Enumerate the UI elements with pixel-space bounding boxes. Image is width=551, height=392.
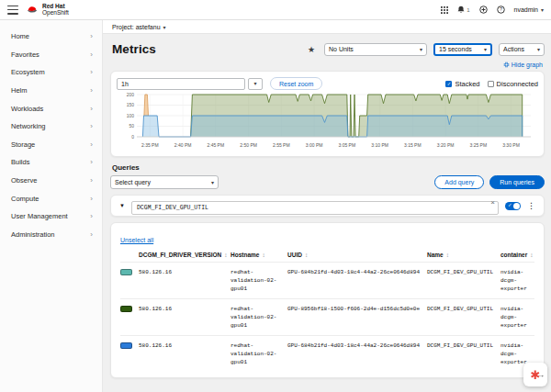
graph-card: ▾ Reset zoom ✓ Stacked Disconnected 0501… <box>110 71 545 157</box>
query-enabled-toggle[interactable]: ✓ <box>505 202 521 210</box>
add-query-button[interactable]: Add query <box>434 175 484 189</box>
brand-logo[interactable]: Red Hat OpenShift <box>26 4 69 17</box>
actions-menu-button[interactable]: Actions ▾ <box>499 43 545 56</box>
unselect-all-link[interactable]: Unselect all <box>120 237 153 243</box>
results-table-header: DCGM_FI_DRIVER_VERSION↕Hostname↕UUID↕Nam… <box>120 249 534 262</box>
chevron-right-icon: › <box>90 86 93 95</box>
sidebar-item-label: Observe <box>11 176 37 185</box>
sidebar-item-favorites[interactable]: Favorites› <box>0 46 102 64</box>
reset-zoom-button[interactable]: Reset zoom <box>270 77 322 90</box>
svg-text:3:15 PM: 3:15 PM <box>404 142 422 148</box>
sidebar-item-home[interactable]: Home› <box>0 28 102 46</box>
svg-text:50: 50 <box>129 123 134 129</box>
series-color-swatch[interactable] <box>120 306 132 312</box>
sidebar-item-compute[interactable]: Compute› <box>0 189 102 207</box>
sidebar-item-label: Compute <box>11 195 39 203</box>
help-icon[interactable]: ? <box>497 6 505 14</box>
timespan-dropdown-button[interactable]: ▾ <box>248 78 263 90</box>
project-selector[interactable]: Project: astefanu ▾ <box>103 20 551 34</box>
cell-name: DCGM_FI_DEV_GPU_UTIL <box>427 268 500 293</box>
series-color-swatch[interactable] <box>120 342 132 349</box>
column-header-label: Name <box>427 252 444 258</box>
checkbox-checked-icon: ✓ <box>445 81 452 87</box>
chevron-right-icon: › <box>90 32 93 40</box>
svg-text:2:55 PM: 2:55 PM <box>273 142 290 148</box>
sidebar-item-user-management[interactable]: User Management› <box>0 207 102 226</box>
svg-text:100: 100 <box>127 113 135 118</box>
sort-icon: ↕ <box>224 252 227 258</box>
chevron-down-icon: ▾ <box>163 24 166 30</box>
column-header-container[interactable]: container↕ <box>500 252 534 258</box>
chevron-right-icon: › <box>90 158 93 166</box>
run-queries-button[interactable]: Run queries <box>489 175 545 189</box>
svg-text:3:00 PM: 3:00 PM <box>306 142 323 148</box>
sidebar-item-builds[interactable]: Builds› <box>0 153 102 172</box>
metrics-area-chart[interactable]: 0501001502002:35 PM2:40 PM2:45 PM2:50 PM… <box>117 92 536 151</box>
refresh-interval-select[interactable]: 15 seconds ▾ <box>433 43 492 56</box>
query-expand-caret-icon[interactable]: ▼ <box>119 203 125 208</box>
svg-text:2:45 PM: 2:45 PM <box>207 142 224 148</box>
svg-text:?: ? <box>500 6 502 12</box>
query-kebab-menu-icon[interactable]: ⋮ <box>527 201 535 210</box>
column-header-uuid[interactable]: UUID↕ <box>287 252 427 258</box>
page-header: Metrics ★ No Units ▾ 15 seconds ▾ Action… <box>103 34 551 62</box>
column-header-label: Hostname <box>231 252 259 258</box>
sort-icon: ↕ <box>446 252 449 258</box>
table-row[interactable]: 580.126.16redhat-validation-02-gpu01GPU-… <box>120 335 534 372</box>
redhat-hat-icon <box>26 5 39 15</box>
results-table-body: 580.126.16redhat-validation-02-gpu01GPU-… <box>120 262 534 372</box>
svg-text:150: 150 <box>127 102 135 107</box>
stacked-checkbox[interactable]: ✓ Stacked <box>445 80 479 88</box>
user-menu[interactable]: nvadmin ▾ <box>514 6 544 13</box>
sidebar-nav: Home›Favorites›Ecosystem›Helm›Workloads›… <box>0 20 103 392</box>
notifications-bell-icon[interactable]: 1 <box>457 6 469 14</box>
svg-text:3:20 PM: 3:20 PM <box>437 142 455 148</box>
column-header-dcgm_fi_driver_version[interactable]: DCGM_FI_DRIVER_VERSION↕ <box>139 252 231 258</box>
table-row[interactable]: 580.126.16redhat-validation-02-gpu01GPU-… <box>120 262 534 298</box>
query-expression-input[interactable] <box>131 201 499 215</box>
column-header-hostname[interactable]: Hostname↕ <box>231 252 287 258</box>
chevron-down-icon: ▾ <box>211 179 214 185</box>
cell-uuid: GPU-684b21fd-4d03-18c4-44a2-26ce0646d894 <box>287 342 427 366</box>
chevron-right-icon: › <box>90 195 93 203</box>
chevron-right-icon: › <box>90 68 93 76</box>
select-query-dropdown[interactable]: Select query ▾ <box>110 175 219 189</box>
svg-text:2:50 PM: 2:50 PM <box>240 142 257 148</box>
quick-create-plus-icon[interactable] <box>479 6 488 14</box>
sidebar-item-storage[interactable]: Storage› <box>0 136 102 154</box>
table-row[interactable]: 580.126.16redhat-validation-02-gpu01GPU-… <box>120 298 534 335</box>
sidebar-item-observe[interactable]: Observe› <box>0 172 102 190</box>
floating-widget-button[interactable]: ✱ → <box>523 363 547 386</box>
sidebar-item-networking[interactable]: Networking› <box>0 118 102 136</box>
favorite-star-icon[interactable]: ★ <box>308 45 315 54</box>
sidebar-item-helm[interactable]: Helm› <box>0 82 102 100</box>
sidebar-item-label: Storage <box>11 140 35 149</box>
sidebar-item-administration[interactable]: Administration› <box>0 226 102 244</box>
cell-container: nvidia-dcgm-exporter <box>500 305 534 330</box>
brand-text: Red Hat OpenShift <box>42 4 69 17</box>
nav-toggle-icon[interactable] <box>7 6 18 15</box>
disconnected-checkbox[interactable]: Disconnected <box>488 80 538 88</box>
app-launcher-icon[interactable] <box>441 6 448 14</box>
hide-graph-link[interactable]: Hide graph <box>503 62 543 68</box>
clear-query-icon[interactable]: × <box>490 198 495 207</box>
sidebar-item-label: Ecosystem <box>11 68 45 76</box>
units-select[interactable]: No Units ▾ <box>324 43 427 56</box>
column-header-label: UUID <box>287 252 302 258</box>
column-header-label: DCGM_FI_DRIVER_VERSION <box>139 252 221 258</box>
disconnected-label: Disconnected <box>497 80 538 88</box>
series-color-swatch[interactable] <box>120 269 132 275</box>
timespan-input[interactable] <box>117 78 245 90</box>
chevron-right-icon: › <box>90 212 93 220</box>
chevron-right-icon: › <box>90 122 93 130</box>
sidebar-item-workloads[interactable]: Workloads› <box>0 99 102 118</box>
cell-hostname: redhat-validation-02-gpu01 <box>231 268 287 293</box>
checkbox-unchecked-icon <box>488 81 494 87</box>
sidebar-item-ecosystem[interactable]: Ecosystem› <box>0 63 102 82</box>
cell-driver-version: 580.126.16 <box>139 268 231 293</box>
username: nvadmin <box>514 6 538 13</box>
chevron-right-icon: › <box>90 105 93 113</box>
column-header-name[interactable]: Name↕ <box>427 252 500 258</box>
svg-text:3:25 PM: 3:25 PM <box>469 142 487 148</box>
sort-icon: ↕ <box>262 252 264 258</box>
